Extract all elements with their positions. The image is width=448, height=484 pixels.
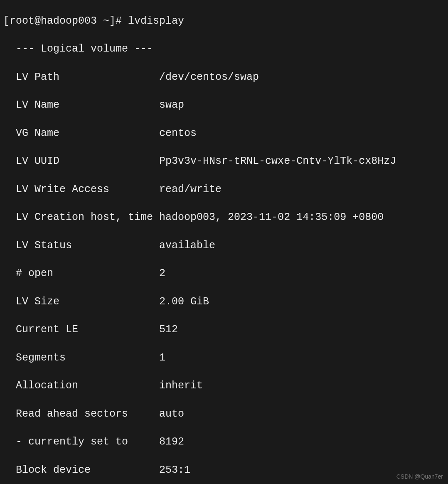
lv-value: swap [159, 99, 184, 111]
lv-row: Read ahead sectors auto [3, 407, 445, 421]
lv-value: auto [159, 408, 184, 420]
lv-value: available [159, 240, 215, 252]
lv-value: hadoop003, 2023-11-02 14:35:09 +0800 [159, 211, 384, 223]
lv-label: LV UUID [3, 155, 59, 167]
lv-row: LV Status available [3, 239, 445, 253]
lv-label: # open [3, 267, 53, 279]
lv-label: LV Creation host, time [3, 211, 153, 223]
lv-row: Current LE 512 [3, 323, 445, 337]
lv-value: inherit [159, 380, 203, 392]
watermark-text: CSDN @Quan7er [396, 473, 443, 481]
lv-label: Read ahead sectors [3, 408, 128, 420]
lv-label: LV Status [3, 240, 72, 252]
lv-row: LV Path /dev/centos/swap [3, 70, 445, 84]
lv-row: LV Write Access read/write [3, 183, 445, 197]
lv-label: LV Write Access [3, 183, 109, 195]
lv-row: LV Creation host, time hadoop003, 2023-1… [3, 210, 445, 225]
lv-row: Block device 253:1 [3, 463, 445, 477]
terminal-output: [root@hadoop003 ~]# lvdisplay --- Logica… [0, 0, 448, 484]
lv-row: Segments 1 [3, 351, 445, 365]
lv-label: Allocation [3, 380, 78, 392]
lv-header: --- Logical volume --- [3, 42, 445, 56]
lv-row: - currently set to 8192 [3, 435, 445, 449]
lv-label: Block device [3, 464, 91, 476]
lv-value: centos [159, 127, 197, 139]
lv-value: 1 [159, 352, 165, 364]
lv-label: VG Name [3, 127, 59, 139]
lv-value: Pp3v3v-HNsr-tRNL-cwxe-Cntv-YlTk-cx8HzJ [159, 155, 396, 167]
lv-row: Allocation inherit [3, 379, 445, 393]
lv-value: 512 [159, 323, 178, 336]
lv-value: 253:1 [159, 464, 190, 476]
lv-value: read/write [159, 183, 222, 195]
lv-label: - currently set to [3, 436, 128, 448]
lv-value: 8192 [159, 436, 184, 448]
lv-row: LV Name swap [3, 98, 445, 112]
lv-label: LV Path [3, 71, 59, 83]
command-prompt: [root@hadoop003 ~]# lvdisplay [3, 14, 445, 28]
lv-label: Segments [3, 352, 66, 364]
lv-label: Current LE [3, 323, 78, 336]
lv-label: LV Size [3, 296, 59, 308]
lv-value: 2.00 GiB [159, 296, 209, 308]
lv-row: LV UUID Pp3v3v-HNsr-tRNL-cwxe-Cntv-YlTk-… [3, 154, 445, 168]
lv-value: /dev/centos/swap [159, 71, 259, 83]
lv-row: VG Name centos [3, 126, 445, 141]
lv-label: LV Name [3, 99, 59, 111]
lv-value: 2 [159, 267, 165, 279]
lv-row: LV Size 2.00 GiB [3, 295, 445, 309]
lv-row: # open 2 [3, 267, 445, 281]
